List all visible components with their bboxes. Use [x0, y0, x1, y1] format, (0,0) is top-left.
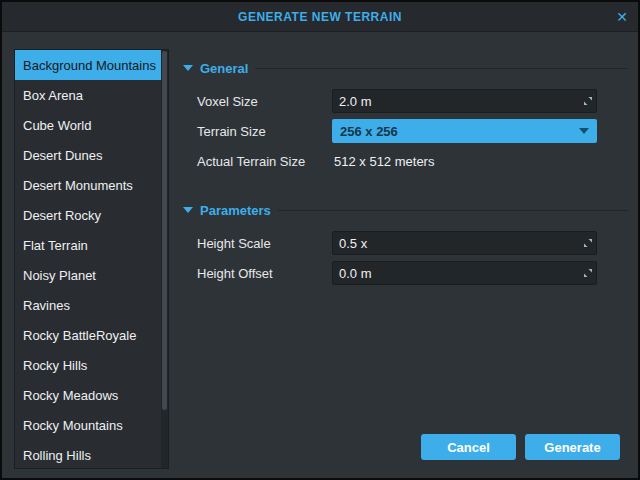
- voxel-size-row: Voxel Size: [181, 88, 630, 114]
- sidebar-item-noisy-planet[interactable]: Noisy Planet: [15, 260, 161, 290]
- chevron-down-icon: [579, 128, 589, 134]
- sidebar-item-rocky-hills[interactable]: Rocky Hills: [15, 350, 161, 380]
- sidebar-item-cube-world[interactable]: Cube World: [15, 110, 161, 140]
- section-divider: [255, 68, 628, 69]
- preset-list-items: Background Mountains Box Arena Cube Worl…: [15, 50, 161, 469]
- sidebar-item-box-arena[interactable]: Box Arena: [15, 80, 161, 110]
- height-offset-row: Height Offset: [181, 260, 630, 286]
- drag-adjust-icon[interactable]: [580, 90, 596, 112]
- collapse-triangle-icon[interactable]: [183, 65, 193, 71]
- drag-adjust-icon[interactable]: [580, 262, 596, 284]
- general-section-title: General: [200, 61, 248, 76]
- voxel-size-label: Voxel Size: [197, 94, 332, 109]
- sidebar-item-desert-dunes[interactable]: Desert Dunes: [15, 140, 161, 170]
- sidebar-item-rolling-hills[interactable]: Rolling Hills: [15, 440, 161, 469]
- parameters-section-header[interactable]: Parameters: [181, 202, 630, 218]
- parameters-section-title: Parameters: [200, 203, 271, 218]
- actual-terrain-size-row: Actual Terrain Size 512 x 512 meters: [181, 148, 630, 174]
- sidebar-item-desert-rocky[interactable]: Desert Rocky: [15, 200, 161, 230]
- close-icon[interactable]: ✕: [616, 2, 628, 32]
- cancel-button[interactable]: Cancel: [421, 434, 516, 460]
- terrain-size-selected-value: 256 x 256: [332, 124, 579, 139]
- general-section-header[interactable]: General: [181, 60, 630, 76]
- sidebar-item-rocky-mountains[interactable]: Rocky Mountains: [15, 410, 161, 440]
- settings-panel: General Voxel Size Terrain Size 256 x 25…: [181, 32, 630, 478]
- terrain-size-dropdown[interactable]: 256 x 256: [332, 119, 597, 143]
- sidebar-item-desert-monuments[interactable]: Desert Monuments: [15, 170, 161, 200]
- sidebar-item-rocky-meadows[interactable]: Rocky Meadows: [15, 380, 161, 410]
- terrain-size-label: Terrain Size: [197, 124, 332, 139]
- dialog-title: GENERATE NEW TERRAIN: [238, 10, 402, 24]
- sidebar-item-ravines[interactable]: Ravines: [15, 290, 161, 320]
- drag-adjust-icon[interactable]: [580, 232, 596, 254]
- sidebar-scrollbar[interactable]: [161, 50, 168, 468]
- sidebar-item-background-mountains[interactable]: Background Mountains: [15, 50, 161, 80]
- actual-terrain-size-value: 512 x 512 meters: [332, 154, 597, 169]
- scrollbar-thumb[interactable]: [162, 51, 167, 410]
- sidebar-item-rocky-battleroyale[interactable]: Rocky BattleRoyale: [15, 320, 161, 350]
- actual-terrain-size-label: Actual Terrain Size: [197, 154, 332, 169]
- height-scale-field[interactable]: [332, 231, 597, 255]
- collapse-triangle-icon[interactable]: [183, 207, 193, 213]
- voxel-size-input[interactable]: [333, 90, 580, 112]
- height-offset-label: Height Offset: [197, 266, 332, 281]
- height-offset-field[interactable]: [332, 261, 597, 285]
- section-divider: [278, 210, 628, 211]
- generate-terrain-dialog: GENERATE NEW TERRAIN ✕ Background Mounta…: [0, 0, 640, 480]
- terrain-size-row: Terrain Size 256 x 256: [181, 118, 630, 144]
- titlebar: GENERATE NEW TERRAIN ✕: [2, 2, 638, 32]
- dialog-footer: Cancel Generate: [421, 434, 620, 460]
- generate-button[interactable]: Generate: [525, 434, 620, 460]
- sidebar-item-flat-terrain[interactable]: Flat Terrain: [15, 230, 161, 260]
- height-scale-row: Height Scale: [181, 230, 630, 256]
- height-scale-label: Height Scale: [197, 236, 332, 251]
- height-scale-input[interactable]: [333, 232, 580, 254]
- height-offset-input[interactable]: [333, 262, 580, 284]
- terrain-preset-list: Background Mountains Box Arena Cube Worl…: [14, 49, 169, 469]
- voxel-size-field[interactable]: [332, 89, 597, 113]
